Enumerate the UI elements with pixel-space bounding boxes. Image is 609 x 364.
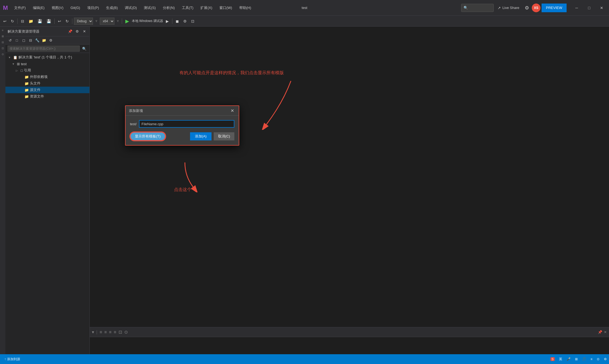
menu-git[interactable]: Git(G)	[67, 0, 83, 16]
resources-label: 资源文件	[30, 94, 44, 99]
panel-pin-icon[interactable]: 📌	[67, 29, 73, 34]
status-arrow[interactable]: ↑ 添加到源	[2, 354, 22, 364]
menu-analyze[interactable]: 分析(N)	[160, 0, 178, 16]
toolbar-sep-1	[17, 18, 18, 24]
close-button[interactable]: ✕	[595, 0, 608, 16]
project-label: test	[21, 62, 27, 66]
menu-file[interactable]: 文件(F)	[11, 0, 29, 16]
tree-references[interactable]: ▷ □ 引用	[5, 67, 89, 74]
status-music-icon[interactable]: 🎵	[580, 354, 588, 364]
menu-tools[interactable]: 工具(T)	[179, 0, 197, 16]
minimize-button[interactable]: ─	[570, 0, 583, 16]
toolbar-undo2[interactable]: ↩	[56, 17, 63, 25]
status-bubble-icon[interactable]: ⊙	[595, 354, 602, 364]
filename-field: test/	[130, 120, 234, 128]
menu-extensions[interactable]: 扩展(X)	[197, 0, 215, 16]
solution-search-input[interactable]	[8, 46, 80, 52]
debug-config-select[interactable]: Debug	[74, 18, 93, 25]
tree-source[interactable]: 📁 源文件	[5, 87, 89, 93]
menu-project[interactable]: 项目(P)	[84, 0, 102, 16]
tree-solution[interactable]: ▼ 📋 解决方案 'test' (1 个项目，共 1 个)	[5, 54, 89, 61]
activity-icon-1[interactable]: ≡	[0, 28, 5, 33]
run-button[interactable]: ▶	[124, 17, 131, 25]
toolbar-btn-extra1[interactable]: ◼	[174, 17, 181, 25]
toolbar-new-project[interactable]: ⊟	[19, 17, 26, 25]
tree-headers[interactable]: 📁 头文件	[5, 80, 89, 87]
panel-tb-collapse[interactable]: ⊟	[27, 37, 33, 43]
panel-tb-filter[interactable]: ⚙	[48, 37, 54, 43]
activity-icon-3[interactable]: ⊟	[0, 40, 5, 45]
menu-debug[interactable]: 调试(D)	[122, 0, 140, 16]
activity-icon-2[interactable]: ⊞	[0, 34, 5, 39]
menu-window[interactable]: 窗口(W)	[216, 0, 235, 16]
toolbar-redo2[interactable]: ↻	[64, 17, 70, 25]
references-label: 引用	[24, 68, 31, 73]
platform-select[interactable]: x64	[100, 18, 114, 25]
show-templates-button[interactable]: 显示所有模板(T)	[130, 132, 166, 141]
bottom-icon-arrow[interactable]: ▾	[92, 330, 94, 335]
panel-tb-show-all[interactable]: ◻	[21, 37, 27, 43]
bottom-icon-align4[interactable]: ≡	[114, 330, 116, 335]
menu-edit[interactable]: 编辑(E)	[30, 0, 48, 16]
menu-test[interactable]: 测试(S)	[141, 0, 159, 16]
toolbar-save-all[interactable]: 💾	[45, 17, 53, 25]
add-new-item-dialog: 添加新项 ✕ test/ 显示所有模板(T) 添加(A) 取消(C)	[125, 105, 239, 146]
status-mic-icon[interactable]: 🎤	[564, 354, 573, 364]
annotation-text-2: 点击这个	[174, 187, 191, 193]
cancel-button[interactable]: 取消(C)	[214, 132, 234, 140]
preview-button[interactable]: PREVIEW	[542, 4, 567, 12]
toolbar-btn-extra3[interactable]: ⊡	[189, 17, 196, 25]
menu-bar: 文件(F) 编辑(E) 视图(V) Git(G) 项目(P) 生成(B) 调试(…	[11, 0, 254, 15]
maximize-button[interactable]: □	[583, 0, 595, 16]
toolbar-open[interactable]: 📁	[27, 17, 35, 25]
expand-icon-ref: ▷	[16, 69, 20, 72]
toolbar-undo[interactable]: ↩	[2, 17, 8, 25]
status-taskbar-icon[interactable]: ≡	[588, 354, 595, 364]
menu-help[interactable]: 帮助(H)	[236, 0, 254, 16]
tree-resources[interactable]: 📁 资源文件	[5, 93, 89, 100]
search-box[interactable]: 🔍	[461, 4, 494, 12]
filename-input[interactable]	[139, 120, 234, 128]
menu-view[interactable]: 视图(V)	[48, 0, 67, 16]
panel-close-icon[interactable]: ✕	[81, 29, 87, 34]
panel-tb-properties[interactable]: 🔧	[34, 37, 40, 43]
bottom-close-icon[interactable]: ✕	[604, 330, 607, 334]
dialog-title: 添加新项	[129, 108, 143, 113]
toolbar-redo[interactable]: ↻	[9, 17, 16, 25]
activity-icon-5[interactable]: ⊙	[0, 52, 5, 57]
activity-icon-4[interactable]: ⊡	[0, 46, 5, 51]
profile-avatar[interactable]: XS	[532, 4, 540, 12]
toolbar-sep-4	[122, 18, 122, 24]
status-keyboard-icon[interactable]: ⊞	[573, 354, 580, 364]
tree-external-deps[interactable]: 📁 外部依赖项	[5, 74, 89, 80]
menu-build[interactable]: 生成(B)	[103, 0, 121, 16]
live-share-button[interactable]: ↗ Live Share	[495, 4, 522, 12]
dialog-body: test/ 显示所有模板(T) 添加(A) 取消(C)	[126, 116, 239, 145]
panel-tb-sync[interactable]: ↺	[7, 37, 13, 43]
bottom-icon-align3[interactable]: ≡	[109, 330, 111, 335]
bottom-icon-align2[interactable]: ≡	[104, 330, 107, 335]
status-sogou-icon[interactable]: S	[548, 354, 557, 364]
panel-tb-new-folder[interactable]: □	[14, 37, 20, 43]
tree-project[interactable]: ▼ ⊞ test	[5, 61, 89, 67]
bottom-icon-clock[interactable]: ⊙	[124, 330, 128, 335]
solution-explorer-panel: 解决方案资源管理器 📌 ⚙ ✕ ↺ □ ◻ ⊟ 🔧 📁 ⚙ 🔍 ▼ 📋 解决方案	[5, 27, 90, 354]
search-button[interactable]: 🔍	[81, 46, 87, 52]
toolbar-btn-extra2[interactable]: ⚙	[182, 17, 188, 25]
status-settings-icon[interactable]: ⚙	[602, 354, 609, 364]
bottom-icon-grid[interactable]: ⊡	[119, 330, 122, 335]
bottom-pin-icon[interactable]: 📌	[598, 330, 602, 334]
status-lang[interactable]: 英	[557, 354, 564, 364]
dialog-close-button[interactable]: ✕	[229, 108, 235, 114]
search-input[interactable]	[470, 6, 491, 10]
toolbar-attach[interactable]: ▶	[164, 17, 170, 25]
settings-icon[interactable]: ⚙	[523, 5, 531, 11]
panel-tb-open-folder[interactable]: 📁	[41, 37, 47, 43]
bottom-icon-align1[interactable]: ≡	[100, 330, 102, 335]
window-title: test	[302, 6, 307, 10]
expand-icon-project: ▼	[12, 62, 16, 65]
panel-header: 解决方案资源管理器 📌 ⚙ ✕	[5, 27, 89, 36]
panel-settings-icon[interactable]: ⚙	[74, 29, 80, 34]
add-button[interactable]: 添加(A)	[190, 132, 212, 140]
toolbar-save[interactable]: 💾	[36, 17, 44, 25]
